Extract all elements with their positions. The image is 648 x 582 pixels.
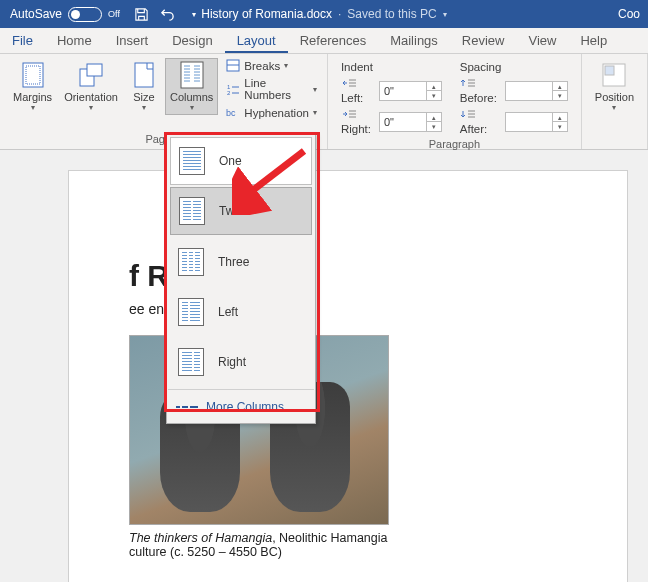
breaks-button[interactable]: Breaks ▾ — [224, 58, 319, 73]
chevron-down-icon: ▾ — [89, 103, 93, 112]
chevron-down-icon: ▾ — [142, 103, 146, 112]
spin-down-icon[interactable]: ▾ — [427, 91, 441, 100]
chevron-down-icon: ▾ — [284, 61, 288, 70]
margins-icon — [19, 61, 47, 89]
spin-up-icon[interactable]: ▴ — [553, 82, 567, 91]
spacing-before-icon — [460, 77, 476, 91]
tab-design[interactable]: Design — [160, 29, 224, 53]
tab-insert[interactable]: Insert — [104, 29, 161, 53]
svg-rect-38 — [605, 66, 614, 75]
indent-heading: Indent — [338, 60, 445, 74]
chevron-down-icon: ▾ — [313, 108, 317, 117]
group-arrange: Position▾ — [582, 54, 648, 149]
title-bar: AutoSave Off ▾ History of Romania.docx ·… — [0, 0, 648, 28]
more-columns-icon — [176, 401, 198, 413]
tab-references[interactable]: References — [288, 29, 378, 53]
chevron-down-icon: ▾ — [313, 85, 317, 94]
spin-down-icon[interactable]: ▾ — [553, 91, 567, 100]
spacing-after-icon — [460, 108, 476, 122]
tab-layout[interactable]: Layout — [225, 29, 288, 53]
spin-down-icon[interactable]: ▾ — [427, 122, 441, 131]
hyphenation-icon: bc — [226, 106, 240, 119]
chevron-down-icon: ▾ — [612, 103, 616, 112]
indent-left-input[interactable]: ▴▾ — [379, 81, 442, 101]
quick-access-toolbar: ▾ — [134, 6, 202, 22]
qat-customize-icon[interactable]: ▾ — [186, 6, 202, 22]
columns-option-left[interactable]: Left — [168, 287, 314, 337]
orientation-icon — [77, 61, 105, 89]
spacing-heading: Spacing — [457, 60, 571, 74]
document-page[interactable]: f Romania ee encyclopedia The thinkers o… — [68, 170, 628, 582]
autosave-label: AutoSave — [10, 7, 62, 21]
columns-button[interactable]: Columns▾ — [165, 58, 218, 115]
margins-button[interactable]: Margins▾ — [8, 58, 57, 115]
ribbon: Margins▾ Orientation▾ Size▾ Columns▾ Bre… — [0, 54, 648, 150]
columns-option-two[interactable]: Two — [170, 187, 312, 235]
dropdown-separator — [168, 389, 314, 390]
title-right-text: Coo — [618, 7, 640, 21]
indent-right-icon — [341, 108, 357, 122]
indent-left-icon — [341, 77, 357, 91]
columns-option-three[interactable]: Three — [168, 237, 314, 287]
doc-dash: · — [338, 7, 341, 21]
undo-icon[interactable] — [160, 6, 176, 22]
ribbon-tabs: File Home Insert Design Layout Reference… — [0, 28, 648, 54]
tab-review[interactable]: Review — [450, 29, 517, 53]
spin-up-icon[interactable]: ▴ — [553, 113, 567, 122]
columns-dropdown: One Two Three Left Right More Columns... — [166, 133, 316, 424]
tab-view[interactable]: View — [516, 29, 568, 53]
position-icon — [600, 61, 628, 89]
chevron-down-icon: ▾ — [31, 103, 35, 112]
line-numbers-icon: 12 — [226, 83, 240, 96]
size-icon — [130, 61, 158, 89]
columns-three-icon — [178, 248, 204, 276]
document-area[interactable]: f Romania ee encyclopedia The thinkers o… — [0, 150, 648, 582]
hyphenation-button[interactable]: bcHyphenation ▾ — [224, 105, 319, 120]
breaks-icon — [226, 59, 240, 72]
columns-two-icon — [179, 197, 205, 225]
svg-rect-4 — [135, 63, 153, 87]
tab-file[interactable]: File — [0, 29, 45, 53]
tab-home[interactable]: Home — [45, 29, 104, 53]
figure-caption: The thinkers of Hamangia, Neolithic Hama… — [129, 531, 389, 559]
autosave-toggle[interactable]: AutoSave Off — [10, 7, 120, 22]
orientation-button[interactable]: Orientation▾ — [59, 58, 123, 115]
save-icon[interactable] — [134, 6, 150, 22]
columns-icon — [178, 61, 206, 89]
tab-help[interactable]: Help — [568, 29, 619, 53]
tab-mailings[interactable]: Mailings — [378, 29, 450, 53]
toggle-switch-icon — [68, 7, 102, 22]
columns-option-more[interactable]: More Columns... — [168, 392, 314, 422]
columns-option-one[interactable]: One — [170, 137, 312, 185]
spin-up-icon[interactable]: ▴ — [427, 113, 441, 122]
line-numbers-button[interactable]: 12Line Numbers ▾ — [224, 76, 319, 102]
autosave-state: Off — [108, 9, 120, 19]
size-button[interactable]: Size▾ — [125, 58, 163, 115]
columns-one-icon — [179, 147, 205, 175]
svg-text:2: 2 — [227, 90, 231, 96]
group-paragraph: Indent Spacing Left: ▴▾ Before: ▴▾ Right… — [328, 54, 582, 149]
svg-rect-3 — [87, 64, 102, 76]
indent-right-input[interactable]: ▴▾ — [379, 112, 442, 132]
columns-right-icon — [178, 348, 204, 376]
doc-name: History of Romania.docx — [201, 7, 332, 21]
position-button: Position▾ — [590, 58, 639, 115]
document-title: History of Romania.docx · Saved to this … — [201, 7, 446, 21]
chevron-down-icon: ▾ — [190, 103, 194, 112]
spacing-after-input[interactable]: ▴▾ — [505, 112, 568, 132]
svg-text:bc: bc — [226, 108, 236, 118]
columns-option-right[interactable]: Right — [168, 337, 314, 387]
chevron-down-icon[interactable]: ▾ — [443, 10, 447, 19]
spacing-before-input[interactable]: ▴▾ — [505, 81, 568, 101]
columns-left-icon — [178, 298, 204, 326]
spin-down-icon[interactable]: ▾ — [553, 122, 567, 131]
spin-up-icon[interactable]: ▴ — [427, 82, 441, 91]
saved-status: Saved to this PC — [347, 7, 436, 21]
